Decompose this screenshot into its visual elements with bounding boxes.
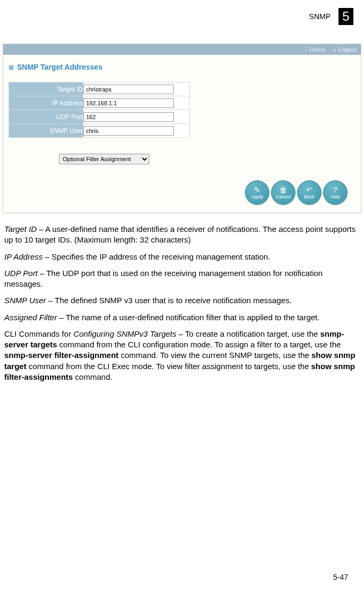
cancel-icon: 🗑: [280, 186, 287, 194]
panel-title: SNMP Target Addresses: [17, 63, 103, 71]
apply-icon: ✎: [254, 186, 260, 194]
back-icon: ↶: [306, 186, 312, 194]
panel-title-bar: ▦ SNMP Target Addresses: [3, 55, 361, 82]
back-label: Back: [304, 194, 315, 199]
logout-label: Logout: [338, 46, 357, 53]
definition-term: Assigned Filter: [4, 313, 57, 322]
definition-text: – The name of a user-defined notificatio…: [57, 313, 319, 322]
apply-label: Apply: [251, 194, 264, 199]
home-label: Home: [310, 46, 325, 53]
text-run: command from the CLI Exec mode. To view …: [27, 362, 311, 371]
text-run-italic: Configuring SNMPv3 Targets: [73, 329, 176, 338]
ip-address-label: IP Address: [9, 96, 83, 110]
cancel-label: Cancel: [276, 194, 291, 199]
snmp-user-input[interactable]: [83, 126, 174, 136]
paragraph-udp-port: UDP Port – The UDP port that is used on …: [4, 268, 360, 290]
paragraph-cli-commands: CLI Commands for Configuring SNMPv3 Targ…: [4, 329, 360, 382]
form-row-snmp-user: SNMP User: [9, 124, 190, 138]
definition-term: UDP Port: [4, 269, 38, 278]
home-icon: ⌂: [305, 47, 308, 53]
paragraph-assigned-filter: Assigned Filter – The name of a user-def…: [4, 312, 360, 323]
text-run: command from the CLI configuration mode.…: [57, 340, 341, 349]
help-label: Help: [331, 194, 341, 199]
filter-row: Optional Filter Assignment: [59, 154, 361, 164]
paragraph-snmp-user: SNMP User – The defined SNMP v3 user tha…: [4, 295, 360, 306]
home-link[interactable]: ⌂ Home: [305, 46, 325, 53]
form-row-udp-port: UDP Port: [9, 110, 190, 124]
definition-text: – The defined SNMP v3 user that is to re…: [46, 296, 292, 305]
grid-icon: ▦: [9, 64, 14, 71]
snmp-user-label: SNMP User: [9, 124, 83, 138]
form-area: Target ID IP Address UDP Port SNMP User …: [3, 82, 361, 172]
help-icon: ?: [333, 186, 337, 194]
ui-screenshot: ⌂ Home ☺ Logout ▦ SNMP Target Addresses …: [3, 44, 361, 213]
paragraph-target-id: Target ID – A user-defined name that ide…: [4, 224, 360, 246]
definition-term: SNMP User: [4, 296, 46, 305]
text-run: command. To view the current SNMP target…: [118, 351, 311, 360]
target-id-label: Target ID: [9, 82, 83, 96]
action-button-bar: ✎ Apply 🗑 Cancel ↶ Back ? Help: [3, 172, 361, 213]
top-nav-bar: ⌂ Home ☺ Logout: [3, 44, 361, 55]
back-button[interactable]: ↶ Back: [297, 180, 321, 205]
target-id-input[interactable]: [83, 85, 174, 94]
cancel-button[interactable]: 🗑 Cancel: [271, 180, 295, 205]
apply-button[interactable]: ✎ Apply: [245, 180, 269, 205]
text-run-bold: snmp-server filter-assignment: [4, 351, 118, 360]
form-row-ip-address: IP Address: [9, 96, 190, 110]
definition-text: – A user-defined name that identifies a …: [4, 224, 355, 244]
paragraph-ip-address: IP Address – Specifies the IP address of…: [4, 252, 360, 262]
definition-term: Target ID: [4, 224, 37, 234]
body-text: Target ID – A user-defined name that ide…: [0, 219, 364, 382]
definition-term: IP Address: [4, 252, 43, 261]
filter-select[interactable]: Optional Filter Assignment: [59, 154, 149, 164]
section-label: SNMP: [309, 12, 331, 21]
chapter-number-badge: 5: [338, 8, 353, 25]
logout-link[interactable]: ☺ Logout: [332, 46, 357, 53]
text-run: command.: [73, 372, 112, 381]
form-table: Target ID IP Address UDP Port SNMP User: [9, 82, 190, 138]
udp-port-input[interactable]: [83, 112, 174, 122]
help-button[interactable]: ? Help: [323, 180, 348, 205]
ip-address-input[interactable]: [83, 98, 174, 108]
udp-port-label: UDP Port: [9, 110, 83, 124]
form-row-target-id: Target ID: [9, 82, 190, 96]
text-run: CLI Commands for: [4, 329, 73, 338]
definition-text: – Specifies the IP address of the receiv…: [43, 252, 270, 261]
definition-text: – The UDP port that is used on the recei…: [4, 269, 323, 288]
page-header: SNMP 5: [0, 0, 364, 28]
logout-icon: ☺: [332, 47, 337, 53]
page-number: 5-47: [333, 573, 348, 581]
text-run: – To create a notification target, use t…: [176, 329, 320, 338]
